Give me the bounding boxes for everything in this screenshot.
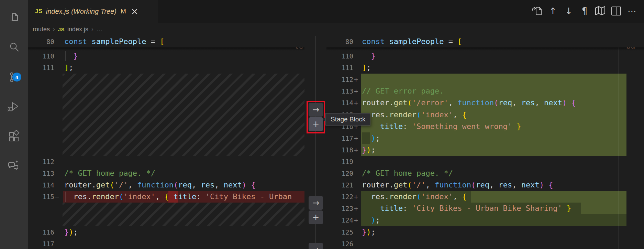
code-text[interactable]: router.get('/error', function(req, res, … [362, 97, 576, 109]
line-number: 117 [331, 132, 353, 144]
activity-item-explorer[interactable] [0, 8, 28, 30]
code-text[interactable]: ); [362, 214, 380, 226]
scm-changes-badge: 4 [12, 73, 21, 82]
code-row-110: 110 } [326, 50, 644, 62]
stage-block-tooltip: Stage Block [325, 113, 370, 126]
code-text[interactable]: }); [64, 226, 78, 238]
code-text[interactable]: ); [362, 132, 380, 144]
code-text[interactable]: }); [362, 144, 376, 156]
added-line-sign: + [354, 144, 358, 156]
code-text[interactable]: router.get('/', function(req, res, next)… [362, 179, 553, 191]
code-row-111: 111]; [326, 62, 644, 74]
added-line-sign: + [354, 74, 358, 85]
code-text[interactable]: ]; [64, 62, 74, 74]
diff-filler-hatch [63, 74, 304, 156]
activity-item-source-control[interactable]: 4 [0, 67, 28, 89]
added-line-sign: + [354, 97, 358, 109]
code-text: const samplePeople = [ [64, 36, 164, 47]
vscode-diff-editor: 4 JS index.js (Working Tree) M × ↑↓¶⋯ ro… [0, 0, 644, 249]
code-row-113: 113/* GET home page. */ [28, 167, 304, 179]
chat-icon [7, 159, 21, 174]
tab-title: index.js (Working Tree) [46, 8, 116, 15]
activity-item-run-debug[interactable] [0, 97, 28, 119]
code-row-117: 117 [28, 238, 304, 249]
editor-toolbar: ↑↓¶⋯ [531, 3, 639, 19]
code-text[interactable]: } [362, 50, 376, 62]
added-line-sign: + [354, 85, 358, 97]
stage-block-button[interactable]: + [309, 210, 323, 224]
added-line-sign: + [354, 203, 358, 214]
activity-item-chat[interactable] [0, 156, 28, 178]
split-editor-icon[interactable] [610, 4, 623, 18]
whitespace-icon[interactable]: ¶ [578, 4, 591, 18]
code-text[interactable]: res.render('index', { [362, 109, 467, 121]
code-text[interactable]: // GET error page. [362, 85, 444, 97]
line-number: 126 [331, 238, 353, 249]
tooltip-arrow [323, 117, 325, 122]
code-text: const samplePeople = [ [362, 36, 462, 47]
line-number: 119 [331, 156, 353, 167]
accessible-diff-icon[interactable] [594, 4, 607, 18]
line-number: 117 [32, 238, 54, 249]
code-row-114: 114router.get('/', function(req, res, ne… [28, 179, 304, 191]
added-line-sign: + [354, 132, 358, 144]
sticky-shadow [326, 47, 644, 51]
code-row-118: 118+}); [326, 144, 644, 156]
sticky-scroll-line[interactable]: 80const samplePeople = [ [28, 36, 304, 47]
line-number: 116 [32, 226, 54, 238]
tab-index-js-working-tree[interactable]: JS index.js (Working Tree) M × [28, 0, 158, 23]
line-number: 114 [32, 179, 54, 191]
code-text[interactable]: title: 'Something went wrong' } [362, 121, 521, 132]
activity-item-extensions[interactable] [0, 127, 28, 149]
code-text[interactable]: /* GET home page. */ [64, 167, 155, 179]
code-row-112: 112 [28, 156, 304, 167]
line-number: 120 [331, 167, 353, 179]
code-text[interactable]: router.get('/', function(req, res, next)… [64, 179, 255, 191]
code-row-115: 115− res.render('index', { title: 'City … [28, 191, 304, 203]
code-text[interactable]: res.render('index', { title: 'City Bikes… [64, 191, 292, 203]
diff-filler-hatch [63, 203, 304, 226]
added-line-sign: + [354, 214, 358, 226]
code-text[interactable]: ]; [362, 62, 371, 74]
line-number: 111 [32, 62, 54, 74]
breadcrumb-symbol[interactable]: … [97, 26, 103, 33]
line-number: 125 [331, 226, 353, 238]
code-text[interactable]: /* GET home page. */ [362, 167, 453, 179]
activity-item-search[interactable] [0, 37, 28, 59]
code-row-120: 120/* GET home page. */ [326, 167, 644, 179]
line-number: 110 [331, 50, 353, 62]
next-change-icon[interactable]: ↓ [562, 4, 575, 18]
code-row-123: 123+ title: 'City Bikes - Urban Bike Sha… [326, 203, 644, 214]
previous-change-icon[interactable]: ↑ [546, 4, 559, 18]
open-file-icon[interactable] [531, 4, 544, 18]
code-row-113: 113+// GET error page. [326, 85, 644, 97]
sticky-scroll-line[interactable]: 80const samplePeople = [ [326, 36, 644, 47]
revert-block-arrow-button[interactable]: → [309, 196, 323, 210]
line-number: 111 [331, 62, 353, 74]
revert-block-arrow-button[interactable]: → [309, 243, 323, 249]
code-text[interactable]: }); [362, 226, 376, 238]
code-text[interactable]: } [64, 50, 78, 62]
code-text[interactable]: res.render('index', { [362, 191, 467, 203]
breadcrumb-file[interactable]: index.js [67, 26, 88, 33]
sticky-shadow [28, 47, 304, 51]
added-line-sign: + [354, 191, 358, 203]
editor-ruler [618, 36, 619, 249]
breadcrumb-folder[interactable]: routes [33, 26, 50, 33]
stage-block-button[interactable]: + [309, 117, 323, 131]
code-row-122: 122+ res.render('index', { [326, 191, 644, 203]
code-row-115: 115+ res.render('index', { [326, 109, 644, 121]
line-number: 123 [331, 203, 353, 214]
code-text[interactable]: title: 'City Bikes - Urban Bike Sharing'… [362, 203, 571, 214]
diff-pane-modified[interactable]: 110 }111];112+113+// GET error page.114+… [326, 36, 644, 249]
code-row-112: 112+ [326, 74, 644, 85]
revert-block-arrow-button[interactable]: → [309, 103, 323, 117]
code-row-126: 126 [326, 238, 644, 249]
line-number: 112 [331, 74, 353, 85]
diff-pane-original[interactable]: 110 }111];112113/* GET home page. */114r… [28, 36, 304, 249]
code-row-111: 111]; [28, 62, 304, 74]
close-icon[interactable]: × [131, 7, 138, 16]
more-actions-icon[interactable]: ⋯ [625, 4, 639, 18]
code-row-119: 119 [326, 156, 644, 167]
line-number: 112 [32, 156, 54, 167]
